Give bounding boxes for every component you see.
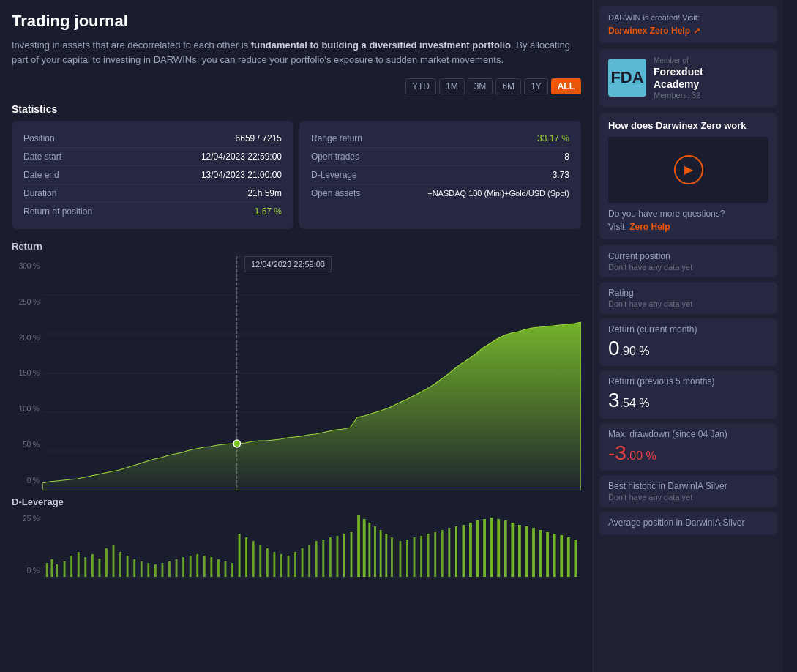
svg-rect-79	[511, 523, 514, 577]
svg-rect-55	[351, 532, 353, 577]
dleverage-section: D-Leverage 25 % 0 %	[12, 496, 581, 578]
svg-rect-68	[434, 532, 436, 577]
stat-open-assets: Open assets +NASDAQ 100 (Mini)+Gold/USD …	[311, 184, 569, 202]
svg-rect-21	[113, 545, 115, 577]
stat-date-start: Date start 12/04/2023 22:59:00	[23, 148, 282, 166]
zero-help-link[interactable]: Zero Help	[629, 222, 670, 232]
svg-rect-76	[490, 518, 493, 577]
svg-rect-62	[391, 537, 393, 577]
period-all[interactable]: ALL	[551, 78, 581, 94]
svg-rect-72	[463, 525, 465, 577]
max-drawdown-value: -3.00 %	[608, 441, 768, 466]
svg-rect-24	[133, 559, 135, 577]
stat-range-return: Range return 33.17 %	[311, 130, 569, 148]
svg-rect-13	[56, 564, 58, 577]
video-thumbnail[interactable]: ▶	[608, 137, 768, 203]
svg-rect-59	[374, 526, 376, 577]
svg-rect-19	[98, 559, 100, 577]
svg-rect-22	[119, 552, 121, 577]
return-current-month-card: Return (current month) 0.90 %	[599, 318, 777, 367]
member-logo: FDA	[608, 59, 646, 97]
svg-point-8	[233, 440, 241, 447]
svg-rect-43	[266, 548, 269, 577]
svg-rect-81	[525, 526, 528, 577]
darwinex-zero-help-link[interactable]: Darwinex Zero Help ↗	[608, 26, 700, 36]
chart-tooltip: 12/04/2023 22:59:00	[244, 256, 332, 272]
svg-rect-51	[322, 540, 324, 577]
dleverage-chart-svg	[12, 512, 581, 578]
max-drawdown-card: Max. drawdown (since 04 Jan) -3.00 %	[599, 423, 777, 471]
svg-rect-37	[225, 561, 227, 577]
svg-rect-27	[154, 564, 157, 577]
return-current-month-title: Return (current month)	[608, 324, 768, 335]
svg-rect-67	[427, 534, 430, 577]
intro-text: Investing in assets that are decorrelate…	[12, 38, 581, 67]
period-3m[interactable]: 3M	[468, 78, 493, 94]
page-title: Trading journal	[12, 12, 581, 31]
rating-title: Rating	[608, 288, 768, 298]
how-card: How does Darwinex Zero work ▶ Do you hav…	[599, 113, 777, 239]
play-button[interactable]: ▶	[674, 155, 703, 184]
stat-position: Position 6659 / 7215	[23, 130, 282, 148]
svg-rect-14	[64, 561, 66, 577]
svg-rect-78	[504, 520, 507, 577]
svg-rect-57	[363, 519, 366, 577]
svg-rect-47	[294, 552, 296, 577]
svg-rect-31	[182, 557, 184, 577]
period-ytd[interactable]: YTD	[405, 78, 436, 94]
svg-rect-44	[273, 552, 275, 577]
avg-position-card: Average position in DarwinIA Silver	[599, 512, 777, 535]
statistics-label: Statistics	[12, 103, 581, 115]
svg-rect-33	[196, 554, 198, 577]
svg-rect-80	[518, 525, 521, 577]
period-filters: YTD 1M 3M 6M 1Y ALL	[12, 78, 581, 94]
svg-rect-52	[329, 537, 332, 577]
best-historic-title: Best historic in DarwinIA Silver	[608, 481, 768, 491]
rating-card: Rating Don't have any data yet	[599, 282, 777, 314]
current-position-no-data: Don't have any data yet	[608, 263, 768, 272]
darwinex-help-card: DARWIN is created! Visit: Darwinex Zero …	[599, 6, 777, 43]
svg-rect-86	[560, 535, 563, 577]
svg-rect-23	[127, 556, 129, 577]
avg-position-title: Average position in DarwinIA Silver	[608, 518, 768, 528]
member-count: Members: 32	[654, 91, 768, 100]
svg-rect-36	[217, 559, 220, 577]
svg-rect-54	[343, 534, 345, 577]
svg-rect-42	[259, 545, 261, 577]
svg-rect-46	[288, 556, 290, 577]
stat-duration: Duration 21h 59m	[23, 184, 282, 203]
svg-rect-39	[239, 534, 241, 577]
stats-right-panel: Range return 33.17 % Open trades 8 D-Lev…	[299, 121, 581, 229]
svg-rect-65	[414, 537, 416, 577]
member-card: FDA Member of Forexduet Academy Members:…	[599, 49, 777, 107]
svg-rect-61	[385, 534, 387, 577]
sidebar: DARWIN is created! Visit: Darwinex Zero …	[593, 0, 783, 672]
svg-rect-11	[46, 563, 48, 577]
period-6m[interactable]: 6M	[495, 78, 521, 94]
svg-rect-34	[203, 556, 206, 577]
return-chart: 12/04/2023 22:59:00 300 % 250 % 200 % 15…	[12, 256, 581, 490]
return-prev-5-months-title: Return (previous 5 months)	[608, 376, 768, 387]
svg-rect-16	[78, 552, 80, 577]
svg-rect-77	[497, 519, 500, 577]
svg-rect-66	[420, 536, 422, 577]
svg-rect-29	[168, 561, 171, 577]
period-1m[interactable]: 1M	[439, 78, 465, 94]
svg-rect-17	[84, 557, 86, 577]
stat-open-trades: Open trades 8	[311, 148, 569, 166]
stat-return-position: Return of position 1.67 %	[23, 203, 282, 220]
statistics-grid: Position 6659 / 7215 Date start 12/04/20…	[12, 121, 581, 229]
svg-rect-32	[190, 556, 192, 577]
svg-rect-56	[357, 515, 360, 577]
max-drawdown-title: Max. drawdown (since 04 Jan)	[608, 429, 768, 439]
svg-rect-53	[336, 536, 338, 577]
svg-rect-20	[105, 548, 108, 577]
current-position-title: Current position	[608, 251, 768, 261]
stat-dleverage: D-Leverage 3.73	[311, 166, 569, 184]
svg-rect-73	[469, 523, 472, 577]
period-1y[interactable]: 1Y	[524, 78, 548, 94]
svg-rect-58	[368, 523, 370, 577]
how-title: How does Darwinex Zero work	[608, 120, 768, 131]
external-link-icon: ↗	[693, 26, 700, 36]
stats-left-panel: Position 6659 / 7215 Date start 12/04/20…	[12, 121, 293, 229]
